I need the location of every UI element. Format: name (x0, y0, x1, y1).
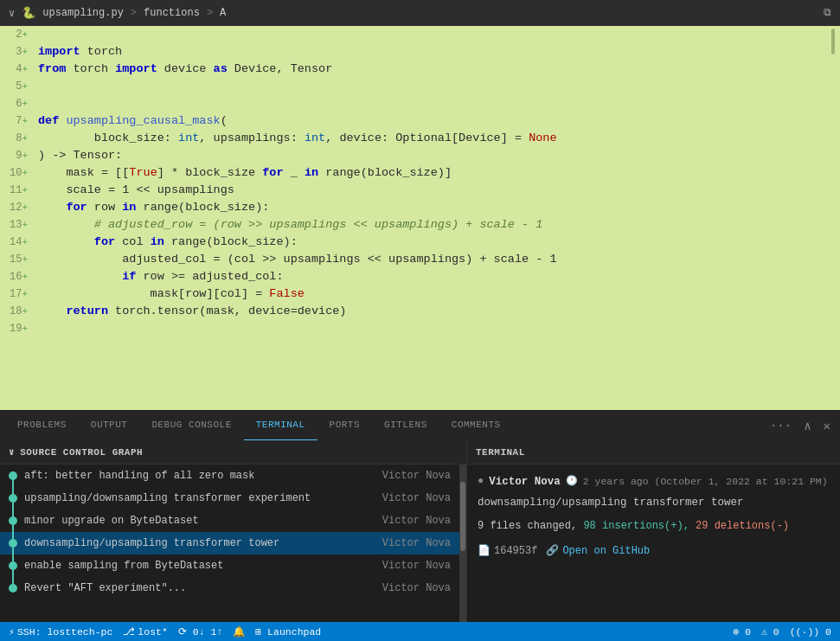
terminal-header: TERMINAL (467, 440, 840, 465)
code-line-5: 5+ (0, 78, 840, 95)
commit-hash-value: 164953f (494, 543, 537, 560)
code-line-16: 16+ if row >= adjusted_col: (0, 268, 840, 285)
status-bar: ⚡ SSH: losttech-pc ⎇ lost* ⟳ 0↓ 1↑ 🔔 ⊞ L… (0, 622, 840, 641)
commit-text: upsampling/downsampling transformer expe… (24, 492, 375, 504)
panel-tabs-bar: PROBLEMS OUTPUT DEBUG CONSOLE TERMINAL P… (0, 410, 840, 440)
commit-row[interactable]: aft: better handling of all zero mask Vi… (0, 465, 459, 487)
status-sync[interactable]: ⟳ 0↓ 1↑ (178, 625, 222, 638)
commit-row[interactable]: enable sampling from ByteDataset Victor … (0, 554, 459, 577)
tab-problems[interactable]: PROBLEMS (5, 411, 79, 441)
filename: upsampling.py (42, 7, 124, 19)
github-link-label: Open on GitHub (562, 543, 650, 560)
branch-icon: ⎇ (123, 625, 135, 638)
ssh-icon: ⚡ (9, 625, 15, 638)
bottom-panel: ∨ SOURCE CONTROL GRAPH aft: better handl… (0, 440, 840, 622)
stats-insertions: 98 insertions(+), (583, 520, 689, 532)
breadcrumb-functions: functions (144, 7, 200, 19)
panel-close-button[interactable]: ✕ (819, 417, 835, 435)
code-line-2: 2+ (0, 26, 840, 43)
author-icon: ● (478, 473, 484, 490)
hash-icon: 📄 (478, 543, 491, 560)
stats-files: 9 files changed, (478, 520, 577, 532)
tab-debug-console[interactable]: DEBUG CONSOLE (139, 411, 243, 441)
code-line-6: 6+ (0, 95, 840, 112)
commit-row[interactable]: Revert "AFT experiment"... Victor Nova (0, 577, 459, 599)
time-icon: 🕐 (566, 474, 578, 490)
stats-deletions: 29 deletions(-) (696, 520, 789, 532)
wifi-label: ((·)) 0 (790, 626, 831, 638)
commit-author: Victor Nova (382, 492, 451, 504)
commit-author: Victor Nova (382, 470, 451, 482)
code-line-9: 9+ ) -> Tensor: (0, 147, 840, 164)
tab-ports[interactable]: PORTS (317, 411, 373, 441)
launchpad-label: ⊞ Launchpad (255, 625, 321, 638)
status-errors[interactable]: ⊗ 0 (733, 625, 751, 638)
commit-stats: 9 files changed, 98 insertions(+), 29 de… (478, 518, 830, 535)
source-control-title: SOURCE CONTROL GRAPH (20, 447, 143, 458)
breadcrumb-a: A (220, 7, 226, 19)
source-control-panel: ∨ SOURCE CONTROL GRAPH aft: better handl… (0, 440, 467, 622)
title-bar: ∨ 🐍 upsampling.py > functions > A ⧉ (0, 0, 840, 26)
code-editor: 2+ 3+ import torch 4+ from torch import … (0, 26, 840, 410)
tab-gitlens[interactable]: GITLENS (372, 411, 439, 441)
commit-list: aft: better handling of all zero mask Vi… (0, 465, 459, 622)
errors-label: ⊗ 0 (733, 625, 751, 638)
window-restore-button[interactable]: ⧉ (824, 7, 831, 19)
status-warnings[interactable]: ⚠ 0 (761, 625, 779, 638)
status-ssh[interactable]: ⚡ SSH: losttech-pc (9, 625, 112, 638)
expand-icon[interactable]: ∨ (9, 446, 15, 458)
terminal-panel: TERMINAL ● Victor Nova 🕐 2 years ago (Oc… (467, 440, 840, 622)
status-launchpad[interactable]: ⊞ Launchpad (255, 625, 321, 638)
commit-author: Victor Nova (382, 582, 451, 594)
code-line-18: 18+ return torch.tensor(mask, device=dev… (0, 303, 840, 320)
commit-row[interactable]: minor upgrade on ByteDataset Victor Nova (0, 510, 459, 532)
code-line-12: 12+ for row in range(block_size): (0, 199, 840, 216)
status-bell[interactable]: 🔔 (233, 625, 245, 638)
commit-hash-button[interactable]: 📄 164953f (478, 543, 537, 560)
sync-label: ⟳ 0↓ 1↑ (178, 625, 222, 638)
open-on-github-button[interactable]: 🔗 Open on GitHub (546, 543, 650, 560)
code-line-10: 10+ mask = [[True] * block_size for _ in… (0, 164, 840, 182)
commit-row[interactable]: upsampling/downsampling transformer expe… (0, 487, 459, 510)
commit-row-selected[interactable]: downsampling/upsampling transformer towe… (0, 532, 459, 554)
ssh-label: SSH: losttech-pc (17, 626, 112, 638)
commit-author: Victor Nova (382, 560, 451, 572)
code-line-8: 8+ block_size: int, upsamplings: int, de… (0, 130, 840, 147)
tab-output[interactable]: OUTPUT (79, 411, 140, 441)
commit-author: Victor Nova (382, 537, 451, 549)
commit-text: downsampling/upsampling transformer towe… (24, 537, 375, 549)
commit-detail-author-row: ● Victor Nova 🕐 2 years ago (October 1, … (478, 473, 830, 490)
warnings-label: ⚠ 0 (761, 625, 779, 638)
panel-collapse-button[interactable]: ∧ (799, 417, 815, 435)
commit-text: enable sampling from ByteDataset (24, 560, 375, 572)
author-name: Victor Nova (489, 473, 561, 490)
bell-icon: 🔔 (233, 625, 245, 638)
status-bar-right: ⊗ 0 ⚠ 0 ((·)) 0 (733, 625, 831, 638)
source-control-scrollbar[interactable] (459, 465, 466, 622)
panel-tab-actions: ··· ∧ ✕ (766, 417, 835, 435)
tab-terminal[interactable]: TERMINAL (244, 411, 317, 441)
tab-comments[interactable]: COMMENTS (439, 411, 513, 441)
code-line-3: 3+ import torch (0, 43, 840, 61)
commit-text: minor upgrade on ByteDataset (24, 515, 375, 527)
status-wifi: ((·)) 0 (790, 626, 831, 638)
commit-time: 2 years ago (October 1, 2022 at 10:21 PM… (583, 474, 828, 490)
code-line-17: 17+ mask[row][col] = False (0, 285, 840, 303)
code-line-15: 15+ adjusted_col = (col >> upsamplings <… (0, 251, 840, 268)
terminal-content: ● Victor Nova 🕐 2 years ago (October 1, … (467, 465, 840, 622)
chevron-down-icon[interactable]: ∨ (9, 7, 15, 20)
file-icon: 🐍 (22, 6, 35, 20)
code-line-13: 13+ # adjusted_row = (row >> upsamplings… (0, 216, 840, 234)
breadcrumb-sep2: > (207, 7, 213, 19)
code-line-4: 4+ from torch import device as Device, T… (0, 61, 840, 78)
commit-actions: 📄 164953f 🔗 Open on GitHub (478, 543, 830, 560)
code-line-11: 11+ scale = 1 << upsamplings (0, 182, 840, 199)
branch-name: lost* (138, 626, 168, 638)
status-branch[interactable]: ⎇ lost* (123, 625, 168, 638)
scrollbar-thumb[interactable] (831, 29, 835, 54)
panel-more-button[interactable]: ··· (766, 417, 796, 434)
commit-text: Revert "AFT experiment"... (24, 582, 375, 594)
code-table: 2+ 3+ import torch 4+ from torch import … (0, 26, 840, 337)
scrollbar-thumb (460, 482, 465, 551)
source-control-header: ∨ SOURCE CONTROL GRAPH (0, 440, 466, 465)
